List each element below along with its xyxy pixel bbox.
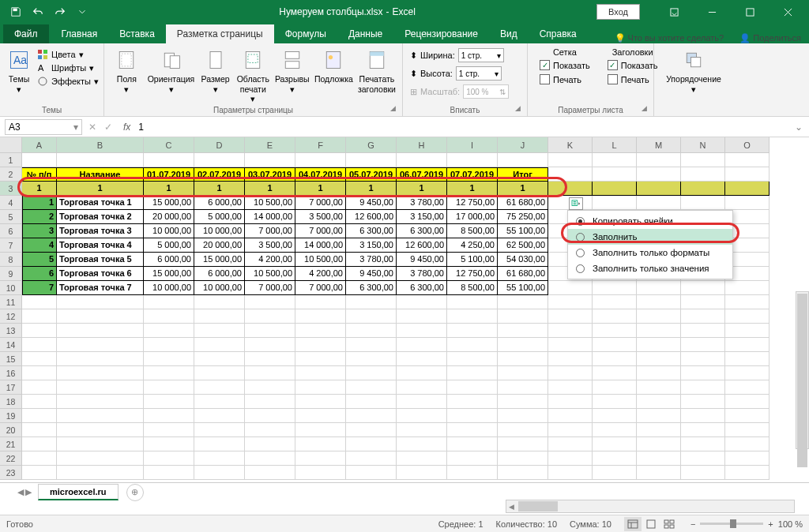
cell[interactable] [593, 380, 637, 395]
cell[interactable] [681, 466, 725, 480]
cell[interactable] [245, 451, 295, 466]
menu-fill-formats[interactable]: Заполнить только форматы [568, 245, 732, 260]
cell[interactable]: 62 500,00 [498, 238, 548, 253]
cell[interactable] [447, 366, 498, 380]
cell[interactable] [295, 338, 346, 352]
cell[interactable] [245, 366, 295, 380]
horizontal-scrollbar[interactable]: ◀ [506, 500, 795, 513]
cell[interactable] [57, 309, 144, 324]
cell[interactable]: 4 250,00 [447, 238, 498, 253]
cell[interactable] [725, 324, 769, 338]
zoom-level[interactable]: 100 % [778, 519, 803, 529]
cell[interactable] [397, 153, 447, 167]
col-header[interactable]: C [144, 137, 194, 153]
cell[interactable] [346, 466, 397, 480]
cell[interactable]: 20 000,00 [144, 210, 194, 224]
cell[interactable] [295, 153, 346, 167]
cell[interactable] [548, 366, 593, 380]
cell[interactable]: 15 000,00 [144, 196, 194, 210]
cell[interactable] [245, 295, 295, 309]
cell[interactable]: 6 300,00 [346, 224, 397, 238]
cell[interactable] [637, 324, 681, 338]
cell[interactable] [681, 182, 725, 196]
cell[interactable]: 1 [194, 182, 245, 196]
cell[interactable] [681, 153, 725, 167]
cell[interactable] [346, 295, 397, 309]
tab-formulas[interactable]: Формулы [274, 24, 337, 43]
minimize-icon[interactable] [694, 0, 730, 24]
cell[interactable] [637, 196, 681, 210]
cell[interactable] [548, 295, 593, 309]
cell[interactable]: 2 [22, 210, 57, 224]
cell[interactable] [397, 423, 447, 437]
cell[interactable] [144, 309, 194, 324]
cell[interactable]: 6 300,00 [346, 281, 397, 295]
tab-data[interactable]: Данные [337, 24, 393, 43]
cell[interactable] [194, 437, 245, 451]
cell[interactable] [194, 309, 245, 324]
cell[interactable] [194, 395, 245, 409]
cell[interactable] [245, 309, 295, 324]
cell[interactable]: 04.07.2019 [295, 167, 346, 182]
cell[interactable] [548, 380, 593, 395]
sheet-next-icon[interactable]: ▶ [25, 487, 32, 497]
cell[interactable] [548, 409, 593, 423]
cell[interactable] [447, 309, 498, 324]
arrange-button[interactable]: Упорядочение▾ [660, 46, 728, 96]
cell[interactable]: 1 [22, 196, 57, 210]
row-header[interactable]: 3 [0, 182, 22, 196]
view-pagebreak-icon[interactable] [660, 517, 678, 531]
cell[interactable]: Торговая точка 7 [57, 281, 144, 295]
cell[interactable] [346, 409, 397, 423]
cell[interactable]: 14 000,00 [245, 210, 295, 224]
col-header[interactable]: M [637, 137, 681, 153]
row-header[interactable]: 20 [0, 423, 22, 437]
tab-view[interactable]: Вид [489, 24, 529, 43]
cell[interactable] [637, 366, 681, 380]
cell[interactable] [397, 451, 447, 466]
cell[interactable] [57, 338, 144, 352]
cell[interactable] [245, 380, 295, 395]
cell[interactable] [637, 153, 681, 167]
size-button[interactable]: Размер▾ [198, 46, 233, 96]
cell[interactable]: 10 000,00 [194, 224, 245, 238]
cell[interactable]: Торговая точка 2 [57, 210, 144, 224]
cell[interactable] [548, 309, 593, 324]
cell[interactable]: 3 500,00 [295, 210, 346, 224]
cell[interactable] [22, 295, 57, 309]
cell[interactable]: 54 030,00 [498, 253, 548, 267]
cell[interactable] [245, 395, 295, 409]
cell[interactable] [57, 409, 144, 423]
cell[interactable] [57, 153, 144, 167]
cell[interactable] [548, 153, 593, 167]
cell[interactable] [681, 324, 725, 338]
zoom-out-icon[interactable]: − [690, 519, 695, 529]
cell[interactable] [548, 451, 593, 466]
cell[interactable]: 61 680,00 [498, 267, 548, 281]
tab-file[interactable]: Файл [3, 24, 49, 43]
cell[interactable] [295, 295, 346, 309]
cell[interactable] [498, 309, 548, 324]
cell[interactable] [681, 395, 725, 409]
col-header[interactable]: H [397, 137, 447, 153]
cell[interactable] [593, 309, 637, 324]
cell[interactable] [194, 366, 245, 380]
cell[interactable] [593, 437, 637, 451]
cell[interactable]: 5 000,00 [194, 210, 245, 224]
cell[interactable]: 10 500,00 [245, 196, 295, 210]
tab-review[interactable]: Рецензирование [393, 24, 489, 43]
cell[interactable] [593, 352, 637, 366]
zoom-slider[interactable] [700, 523, 763, 525]
cell[interactable]: 5 100,00 [447, 253, 498, 267]
cell[interactable] [346, 324, 397, 338]
cell[interactable] [447, 338, 498, 352]
tab-insert[interactable]: Вставка [108, 24, 166, 43]
zoom-in-icon[interactable]: + [768, 519, 773, 529]
vertical-scrollbar[interactable] [796, 291, 809, 449]
cell[interactable]: Торговая точка 4 [57, 238, 144, 253]
row-header[interactable]: 10 [0, 281, 22, 295]
cell[interactable]: 05.07.2019 [346, 167, 397, 182]
cell[interactable] [144, 451, 194, 466]
cell[interactable] [194, 295, 245, 309]
cell[interactable] [57, 352, 144, 366]
